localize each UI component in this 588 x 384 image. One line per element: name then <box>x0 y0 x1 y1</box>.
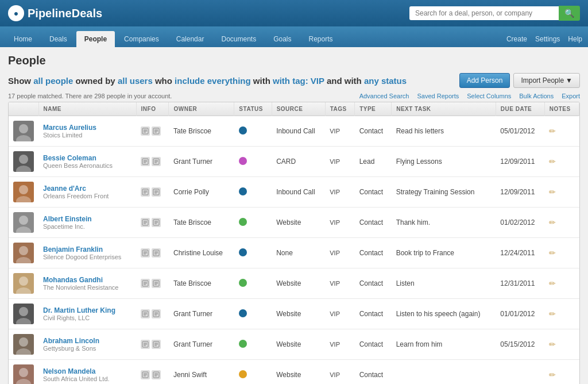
details-icon[interactable] <box>152 279 161 288</box>
col-tags: TAGS <box>325 102 354 116</box>
status-dot <box>239 340 247 348</box>
nav-item-goals[interactable]: Goals <box>265 31 299 47</box>
contact-info-icon[interactable] <box>141 340 150 349</box>
advanced-search-link[interactable]: Advanced Search <box>359 93 409 99</box>
details-icon[interactable] <box>152 248 161 258</box>
col-type: TYPE <box>355 102 392 116</box>
details-icon[interactable] <box>152 157 161 166</box>
notes-edit-icon[interactable]: ✏ <box>549 218 556 227</box>
details-icon[interactable] <box>152 309 161 318</box>
details-icon[interactable] <box>152 218 161 227</box>
filter-with-tag-label: with <box>253 76 273 86</box>
avatar <box>13 304 34 324</box>
next-task-cell <box>392 360 496 385</box>
svg-point-81 <box>16 379 31 384</box>
notes-edit-icon[interactable]: ✏ <box>549 187 556 197</box>
saved-reports-link[interactable]: Saved Reports <box>417 93 459 99</box>
details-icon[interactable] <box>152 126 161 136</box>
tags-cell: VIP <box>325 299 354 329</box>
filter-tag[interactable]: with tag: VIP <box>273 76 324 86</box>
nav-item-reports[interactable]: Reports <box>301 31 341 47</box>
person-name[interactable]: Albert Einstein <box>43 215 131 223</box>
filter-all-users[interactable]: all users <box>118 76 153 86</box>
next-task-cell: Book trip to France <box>392 238 496 268</box>
details-icon[interactable] <box>152 370 161 379</box>
nav-help-link[interactable]: Help <box>568 35 582 43</box>
filter-all-people[interactable]: all people <box>33 76 73 86</box>
tag-badge: VIP <box>330 128 340 135</box>
person-company: Gettysburg & Sons <box>43 345 131 352</box>
notes-cell: ✏ <box>544 177 579 208</box>
source-cell: CARD <box>272 147 325 177</box>
notes-cell: ✏ <box>544 208 579 238</box>
status-dot <box>239 157 247 165</box>
bulk-actions-link[interactable]: Bulk Actions <box>519 93 554 99</box>
nav-item-calendar[interactable]: Calendar <box>168 31 212 47</box>
contact-info-icon[interactable] <box>141 126 150 136</box>
contact-info-icon[interactable] <box>141 157 150 166</box>
avatar-cell <box>9 116 38 147</box>
details-icon[interactable] <box>152 340 161 349</box>
person-company: Spacetime Inc. <box>43 223 131 230</box>
person-name[interactable]: Mohandas Gandhi <box>43 276 131 284</box>
source-cell: Inbound Call <box>272 177 325 208</box>
type-cell: Contact <box>355 329 392 360</box>
owner-cell: Tate Briscoe <box>169 268 234 299</box>
notes-edit-icon[interactable]: ✏ <box>549 126 556 136</box>
details-icon[interactable] <box>152 187 161 197</box>
person-name[interactable]: Nelson Mandela <box>43 367 131 375</box>
person-name[interactable]: Marcus Aurelius <box>43 124 131 132</box>
add-person-button[interactable]: Add Person <box>459 73 510 88</box>
contact-info-icon[interactable] <box>141 370 150 379</box>
tags-cell: VIP <box>325 177 354 208</box>
person-company: The Nonviolent Resistance <box>43 284 131 291</box>
avatar <box>13 273 34 294</box>
filter-include[interactable]: include everything <box>175 76 251 86</box>
select-columns-link[interactable]: Select Columns <box>467 93 511 99</box>
search-input[interactable] <box>409 6 559 20</box>
person-company: Queen Bess Aeronautics <box>43 162 131 169</box>
contact-info-icon[interactable] <box>141 309 150 318</box>
notes-cell: ✏ <box>544 238 579 268</box>
tag-badge: VIP <box>330 158 340 165</box>
svg-point-30 <box>19 216 28 225</box>
nav-settings-link[interactable]: Settings <box>535 35 560 43</box>
nav-item-deals[interactable]: Deals <box>41 31 75 47</box>
app-header: ● PipelineDeals 🔍 <box>0 0 588 26</box>
filter-status[interactable]: any status <box>364 76 407 86</box>
status-dot <box>239 279 247 287</box>
contact-info-icon[interactable] <box>141 187 150 197</box>
notes-edit-icon[interactable]: ✏ <box>549 309 556 318</box>
table-row: Dr. Martin Luther King Civil Rights, LLC… <box>9 299 579 329</box>
svg-point-40 <box>19 246 28 255</box>
notes-edit-icon[interactable]: ✏ <box>549 279 556 288</box>
export-link[interactable]: Export <box>562 93 580 99</box>
notes-edit-icon[interactable]: ✏ <box>549 157 556 166</box>
person-name[interactable]: Jeanne d'Arc <box>43 185 131 193</box>
nav-item-home[interactable]: Home <box>6 31 40 47</box>
info-cell <box>136 268 169 299</box>
person-name[interactable]: Dr. Martin Luther King <box>43 306 131 314</box>
notes-edit-icon[interactable]: ✏ <box>549 370 556 379</box>
person-name[interactable]: Bessie Coleman <box>43 154 131 162</box>
contact-info-icon[interactable] <box>141 279 150 288</box>
contact-info-icon[interactable] <box>141 218 150 227</box>
person-name[interactable]: Abraham Lincoln <box>43 337 131 345</box>
nav-item-documents[interactable]: Documents <box>213 31 264 47</box>
notes-cell: ✏ <box>544 147 579 177</box>
owner-cell: Tate Briscoe <box>169 116 234 147</box>
nav-item-people[interactable]: People <box>76 31 115 47</box>
tags-cell: VIP <box>325 329 354 360</box>
owner-cell: Christine Louise <box>169 238 234 268</box>
import-people-button[interactable]: Import People ▼ <box>513 73 580 88</box>
person-name[interactable]: Benjamin Franklin <box>43 245 131 254</box>
contact-info-icon[interactable] <box>141 248 150 258</box>
owner-cell: Grant Turner <box>169 147 234 177</box>
notes-edit-icon[interactable]: ✏ <box>549 248 556 258</box>
nav-item-companies[interactable]: Companies <box>116 31 167 47</box>
search-button[interactable]: 🔍 <box>559 6 580 21</box>
nav-create-link[interactable]: Create <box>506 35 527 43</box>
next-task-cell: Flying Lessons <box>392 147 496 177</box>
notes-edit-icon[interactable]: ✏ <box>549 340 556 349</box>
status-cell <box>234 360 272 385</box>
